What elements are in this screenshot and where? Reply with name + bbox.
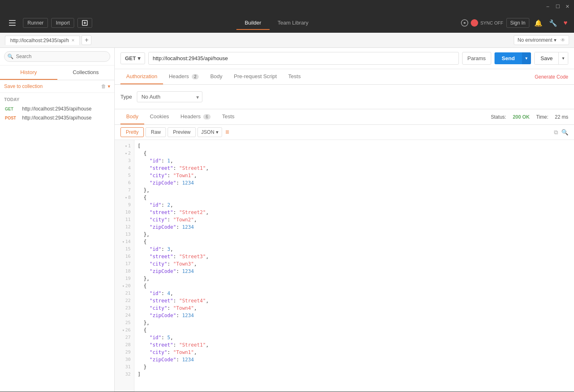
line-num-18: 18	[115, 268, 134, 275]
url-tab-close[interactable]: ✕	[71, 38, 75, 43]
method-badge-get: GET	[5, 107, 20, 111]
tab-team-library[interactable]: Team Library	[270, 16, 317, 30]
close-button[interactable]: ✕	[564, 3, 571, 10]
save-dropdown-button[interactable]: ▾	[559, 52, 568, 65]
resp-tab-cookies[interactable]: Cookies	[144, 109, 175, 124]
resp-body-toolbar: Pretty Raw Preview JSON ▾ ≡ ⧉ 🔍	[115, 125, 574, 140]
url-bar-area: http://localhost:29435/api/h ✕ + No envi…	[0, 33, 574, 48]
line-numbers: ▾1 ▾2 3 4 5 6 7 ▾8 9 10 11 12 13 ▾14 15 …	[115, 140, 134, 392]
fold-arrow[interactable]: ▾	[125, 194, 127, 201]
heart-icon[interactable]: ♥	[562, 18, 569, 28]
trash-icon[interactable]: 🗑	[101, 83, 106, 89]
line-num-26: ▾26	[115, 327, 134, 334]
minimize-button[interactable]: –	[545, 3, 551, 10]
sync-area: SYNC OFF	[461, 19, 504, 27]
svg-rect-1	[9, 23, 16, 23]
response-area: Body Cookies Headers 6 Tests Status: 200…	[115, 109, 574, 392]
tab-tests[interactable]: Tests	[283, 69, 306, 84]
generate-code-link[interactable]: Generate Code	[535, 74, 568, 80]
line-num-21: 21	[115, 290, 134, 297]
eye-icon: 👁	[560, 37, 565, 43]
code-area: ▾1 ▾2 3 4 5 6 7 ▾8 9 10 11 12 13 ▾14 15 …	[115, 140, 574, 392]
line-num-19: 19	[115, 275, 134, 282]
wrap-icon[interactable]: ≡	[225, 128, 229, 136]
line-num-16: 16	[115, 253, 134, 260]
code-line: "id": 1,	[138, 157, 571, 164]
env-label: No environment	[517, 37, 552, 43]
request-url-row: GET ▾ Params Send ▾ Save ▾	[115, 48, 574, 69]
search-input[interactable]	[4, 51, 110, 62]
tab-headers[interactable]: Headers 2	[163, 69, 204, 84]
send-button[interactable]: Send	[495, 52, 522, 64]
notifications-icon[interactable]: 🔔	[533, 18, 544, 29]
tab-body[interactable]: Body	[204, 69, 228, 84]
add-tab-button[interactable]: +	[82, 35, 91, 45]
code-line: "id": 3,	[138, 246, 571, 253]
view-pretty-button[interactable]: Pretty	[120, 127, 144, 137]
params-button[interactable]: Params	[462, 52, 491, 65]
resp-toolbar-right: ⧉ 🔍	[554, 129, 568, 136]
response-tabs-row: Body Cookies Headers 6 Tests Status: 200…	[115, 109, 574, 125]
search-icon: 🔍	[7, 54, 14, 59]
fold-arrow[interactable]: ▾	[125, 142, 127, 150]
format-chevron: ▾	[216, 129, 218, 135]
fold-arrow[interactable]: ▾	[122, 282, 124, 290]
list-item[interactable]: POST http://localhost:29435/api/house	[4, 113, 110, 122]
copy-icon[interactable]: ⧉	[554, 129, 558, 136]
auth-type-select[interactable]: No Auth	[137, 91, 202, 102]
code-line: "city": "Town4",	[138, 304, 571, 312]
line-num-3: 3	[115, 157, 134, 164]
env-selector[interactable]: No environment ▾ 👁	[514, 35, 569, 45]
format-select[interactable]: JSON ▾	[197, 127, 222, 137]
fold-arrow[interactable]: ▾	[122, 327, 124, 334]
tab-builder[interactable]: Builder	[236, 16, 269, 30]
code-line: "city": "Town1",	[138, 349, 571, 356]
save-button[interactable]: Save	[534, 52, 559, 65]
line-num-5: 5	[115, 172, 134, 179]
svg-rect-0	[9, 20, 16, 21]
fold-arrow[interactable]: ▾	[125, 150, 127, 157]
fold-arrow[interactable]: ▾	[122, 238, 124, 246]
code-line: "id": 2,	[138, 201, 571, 209]
send-dropdown-button[interactable]: ▾	[522, 52, 531, 64]
runner-button[interactable]: Runner	[23, 18, 48, 28]
status-label: Status:	[491, 114, 506, 120]
sidebar-tab-collections[interactable]: Collections	[57, 65, 115, 80]
resp-tab-headers[interactable]: Headers 6	[175, 109, 216, 124]
tab-prerequest[interactable]: Pre-request Script	[228, 69, 283, 84]
maximize-button[interactable]: ☐	[554, 3, 561, 10]
time-label: Time:	[536, 114, 549, 120]
sidebar: 🔍 History Collections Save to collection…	[0, 48, 115, 392]
line-num-15: 15	[115, 246, 134, 253]
line-num-14: ▾14	[115, 238, 134, 246]
code-line: "city": "Town3",	[138, 260, 571, 268]
method-chevron: ▾	[138, 55, 141, 61]
view-preview-button[interactable]: Preview	[168, 127, 196, 137]
code-line: [	[138, 142, 571, 150]
resp-tab-tests[interactable]: Tests	[216, 109, 240, 124]
sign-in-button[interactable]: Sign In	[506, 18, 529, 28]
tab-authorization[interactable]: Authorization	[120, 69, 163, 84]
url-tab[interactable]: http://localhost:29435/api/h ✕	[5, 36, 80, 45]
import-button[interactable]: Import	[51, 18, 74, 28]
method-select[interactable]: GET ▾	[120, 52, 145, 64]
line-num-13: 13	[115, 231, 134, 238]
list-item[interactable]: GET http://localhost:29435/api/house	[4, 104, 110, 113]
sidebar-tab-history[interactable]: History	[0, 65, 57, 80]
line-num-1: ▾1	[115, 142, 134, 150]
line-num-22: 22	[115, 297, 134, 304]
new-tab-button[interactable]	[77, 18, 92, 28]
line-num-6: 6	[115, 179, 134, 187]
request-panel: GET ▾ Params Send ▾ Save ▾ Authorization…	[115, 48, 574, 392]
resp-tab-body[interactable]: Body	[120, 109, 144, 124]
settings-icon[interactable]: 🔧	[547, 18, 559, 29]
url-input[interactable]	[148, 52, 459, 65]
today-label: Today	[4, 97, 110, 102]
search-response-icon[interactable]: 🔍	[561, 129, 568, 136]
method-badge-post: POST	[5, 116, 20, 120]
sidebar-toggle-button[interactable]	[5, 18, 20, 27]
save-collection-bar[interactable]: Save to collection 🗑 ▾	[0, 80, 114, 93]
line-num-31: 31	[115, 363, 134, 371]
view-raw-button[interactable]: Raw	[145, 127, 166, 137]
line-num-10: 10	[115, 209, 134, 216]
